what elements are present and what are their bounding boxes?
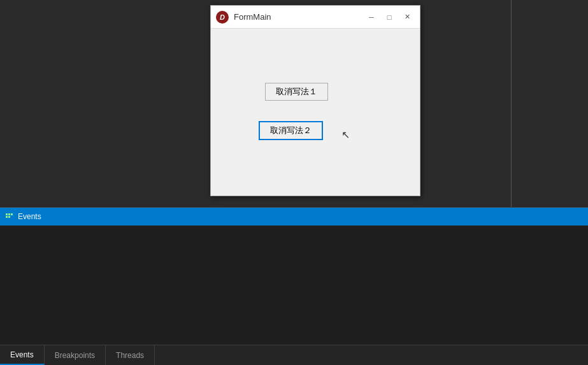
events-header: Events	[0, 208, 588, 225]
cancel-method-1-button[interactable]: 取消写法１	[265, 83, 328, 101]
svg-rect-1	[8, 213, 10, 215]
window-body: 取消写法１ 取消写法２ ↖	[211, 29, 420, 196]
tab-threads[interactable]: Threads	[106, 345, 155, 365]
events-icon	[5, 211, 14, 222]
app-icon-letter: D	[220, 13, 225, 21]
maximize-button[interactable]: □	[382, 11, 397, 24]
window-title: FormMain	[234, 12, 364, 22]
app-icon: D	[216, 11, 229, 24]
cursor-indicator: ↖	[341, 129, 350, 141]
window-titlebar: D FormMain ─ □ ✕	[211, 6, 420, 29]
events-content	[0, 225, 588, 345]
form-window: D FormMain ─ □ ✕ 取消写法１ 取消写法２ ↖	[210, 5, 420, 196]
close-button[interactable]: ✕	[399, 11, 415, 24]
window-controls: ─ □ ✕	[364, 11, 415, 24]
svg-rect-4	[8, 216, 10, 218]
tab-breakpoints[interactable]: Breakpoints	[45, 345, 106, 365]
bottom-panel: Events Events Breakpoints Threads	[0, 207, 588, 365]
events-panel-title: Events	[18, 212, 41, 221]
svg-rect-3	[6, 216, 8, 218]
cancel-method-2-button[interactable]: 取消写法２	[259, 121, 323, 140]
tabs-bar: Events Breakpoints Threads	[0, 345, 588, 365]
svg-rect-0	[6, 213, 8, 215]
vertical-divider	[511, 0, 512, 207]
minimize-button[interactable]: ─	[364, 11, 379, 24]
svg-rect-2	[11, 213, 13, 215]
tab-events[interactable]: Events	[0, 345, 45, 365]
